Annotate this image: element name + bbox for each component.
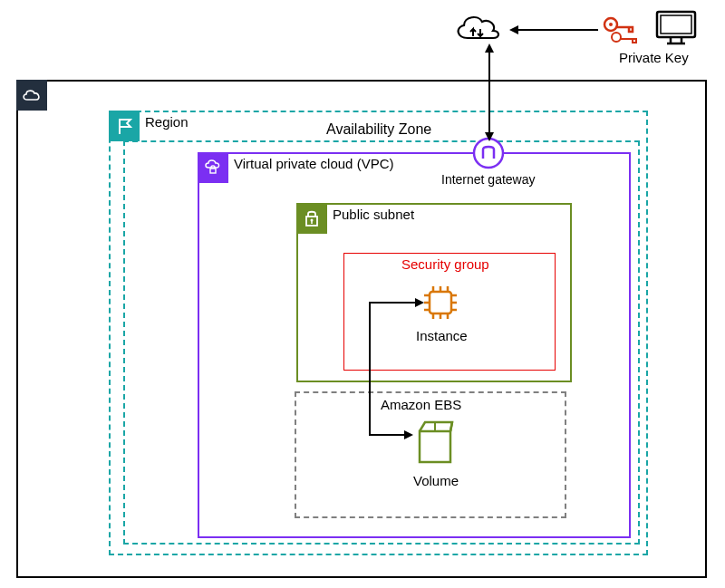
monitor-icon <box>654 9 698 47</box>
private-key-label: Private Key <box>619 50 689 65</box>
public-subnet-icon <box>296 203 327 234</box>
key-icon <box>600 14 642 46</box>
public-subnet-label: Public subnet <box>333 207 414 222</box>
aws-cloud-icon <box>16 80 47 111</box>
svg-rect-13 <box>430 292 451 313</box>
availability-zone-label: Availability Zone <box>326 121 431 138</box>
arrow-instance-volume <box>362 297 426 451</box>
arrow-cloud-gateway <box>483 43 496 141</box>
vpc-icon <box>198 152 228 183</box>
internet-gateway-label: Internet gateway <box>441 172 536 187</box>
security-group-label: Security group <box>401 256 489 272</box>
region-label: Region <box>145 114 188 130</box>
svg-line-28 <box>450 422 452 431</box>
svg-rect-4 <box>661 15 691 34</box>
region-flag-icon <box>109 111 140 141</box>
vpc-label: Virtual private cloud (VPC) <box>234 156 393 171</box>
volume-label: Volume <box>413 473 459 488</box>
diagram-canvas: Private Key Region Availability Zone V <box>0 0 725 588</box>
svg-point-1 <box>609 23 613 26</box>
cloud-icon <box>450 9 504 47</box>
arrow-key-to-cloud <box>508 24 602 36</box>
svg-point-2 <box>612 33 621 42</box>
svg-point-8 <box>474 139 503 168</box>
svg-rect-7 <box>210 169 216 173</box>
